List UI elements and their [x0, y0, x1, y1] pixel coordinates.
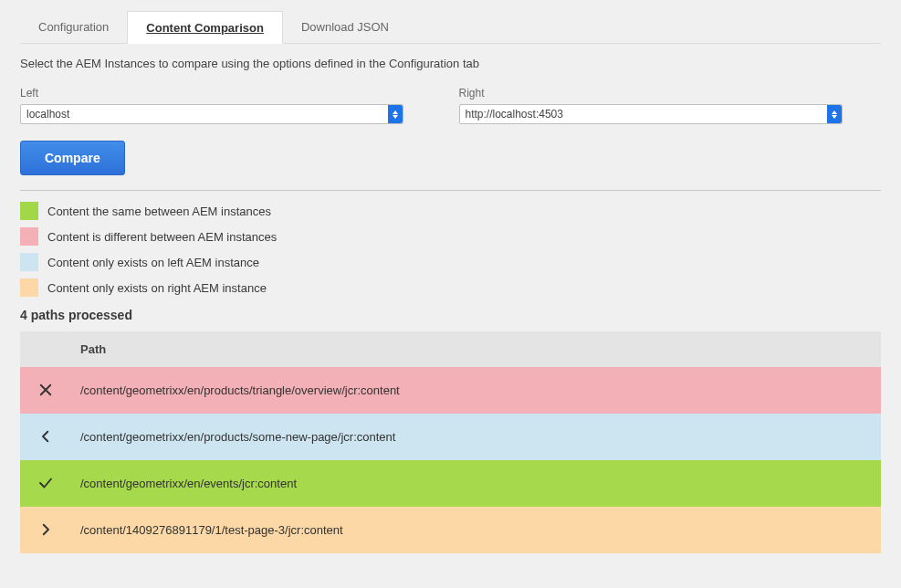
- tab-content-comparison[interactable]: Content Comparison: [127, 11, 283, 44]
- x-icon: [36, 380, 56, 400]
- table-header-status: [20, 331, 71, 367]
- legend-label-same: Content the same between AEM instances: [47, 205, 271, 218]
- left-select-label: Left: [20, 87, 415, 100]
- table-header-path: Path: [71, 331, 881, 367]
- chevron-left-icon: [36, 426, 56, 446]
- results-table: Path /content/geometrixx/en/products/tri…: [20, 331, 881, 553]
- legend-swatch-same: [20, 202, 38, 220]
- legend-swatch-right: [20, 278, 38, 297]
- dropdown-arrows-icon: [827, 105, 842, 123]
- right-instance-select[interactable]: http://localhost:4503: [459, 104, 843, 124]
- paths-processed-summary: 4 paths processed: [20, 308, 881, 322]
- instance-selects: Left localhost Right http://localhost:45…: [20, 87, 881, 124]
- legend-label-right: Content only exists on right AEM instanc…: [47, 281, 267, 295]
- table-cell-path: /content/geometrixx/en/events/jcr:conten…: [71, 460, 881, 507]
- right-select-label: Right: [459, 87, 854, 100]
- dropdown-arrows-icon: [388, 105, 403, 123]
- legend-label-diff: Content is different between AEM instanc…: [47, 230, 277, 244]
- instructions-text: Select the AEM Instances to compare usin…: [20, 57, 881, 70]
- table-row[interactable]: /content/geometrixx/en/products/triangle…: [20, 367, 881, 414]
- legend-swatch-diff: [20, 227, 38, 246]
- tabs: Configuration Content Comparison Downloa…: [20, 11, 881, 44]
- compare-button[interactable]: Compare: [20, 141, 125, 175]
- left-instance-value: localhost: [26, 108, 69, 121]
- divider: [20, 190, 881, 191]
- table-cell-path: /content/geometrixx/en/products/some-new…: [71, 414, 881, 460]
- legend-label-left: Content only exists on left AEM instance: [47, 256, 259, 269]
- table-row[interactable]: /content/geometrixx/en/events/jcr:conten…: [20, 460, 881, 507]
- check-icon: [36, 473, 56, 493]
- table-cell-path: /content/1409276891179/1/test-page-3/jcr…: [71, 507, 881, 553]
- legend: Content the same between AEM instances C…: [20, 202, 881, 297]
- legend-swatch-left: [20, 253, 38, 271]
- tab-configuration[interactable]: Configuration: [20, 11, 127, 44]
- right-instance-value: http://localhost:4503: [466, 108, 563, 121]
- table-cell-path: /content/geometrixx/en/products/triangle…: [71, 367, 881, 414]
- left-instance-select[interactable]: localhost: [20, 104, 403, 124]
- table-row[interactable]: /content/geometrixx/en/products/some-new…: [20, 414, 881, 460]
- tab-download-json[interactable]: Download JSON: [283, 11, 407, 44]
- table-row[interactable]: /content/1409276891179/1/test-page-3/jcr…: [20, 507, 881, 553]
- chevron-right-icon: [36, 520, 56, 540]
